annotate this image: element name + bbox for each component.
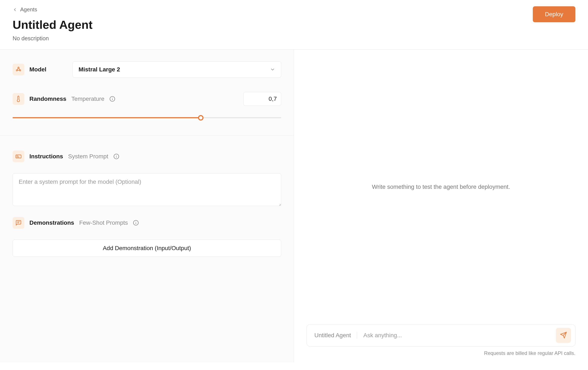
info-icon[interactable] [113, 154, 119, 159]
chevron-left-icon [13, 7, 17, 12]
model-icon [13, 64, 24, 75]
slider-fill [13, 117, 200, 118]
chat-pane: Write something to test the agent before… [294, 50, 588, 362]
page-description: No description [13, 35, 93, 42]
add-demonstration-button[interactable]: Add Demonstration (Input/Output) [13, 240, 281, 257]
breadcrumb-label: Agents [20, 6, 37, 13]
chat-input-area: Untitled Agent Requests are billed like … [307, 324, 575, 356]
billing-note: Requests are billed like regular API cal… [307, 350, 575, 356]
divider [0, 135, 294, 136]
demonstrations-section: Demonstrations Few-Shot Prompts [13, 217, 281, 229]
model-section: Model Mistral Large 2 [13, 61, 281, 78]
info-icon[interactable] [109, 96, 115, 102]
slider-thumb[interactable] [198, 115, 203, 121]
send-button[interactable] [556, 328, 571, 343]
instructions-label: Instructions [29, 153, 63, 160]
fewshot-sublabel: Few-Shot Prompts [79, 220, 128, 226]
model-selected-value: Mistral Large 2 [79, 66, 120, 73]
page-header: Agents Untitled Agent No description Dep… [0, 0, 588, 50]
chat-empty-state: Write something to test the agent before… [307, 50, 575, 324]
randomness-labels: Randomness Temperature [13, 93, 238, 105]
send-icon [560, 332, 567, 339]
randomness-section: Randomness Temperature [13, 92, 281, 106]
deploy-button[interactable]: Deploy [533, 6, 575, 22]
chat-empty-message: Write something to test the agent before… [372, 183, 510, 190]
config-pane: Model Mistral Large 2 Randomness Tempera… [0, 50, 294, 362]
chat-input[interactable] [363, 332, 550, 339]
demonstrations-icon [13, 217, 24, 229]
chevron-down-icon [270, 67, 275, 72]
temperature-sublabel: Temperature [71, 95, 104, 102]
chat-agent-name: Untitled Agent [314, 332, 357, 339]
svg-rect-6 [16, 155, 21, 158]
body: Model Mistral Large 2 Randomness Tempera… [0, 50, 588, 362]
model-select[interactable]: Mistral Large 2 [73, 61, 281, 78]
instructions-section: Instructions System Prompt [13, 150, 281, 162]
temperature-slider[interactable] [13, 114, 281, 121]
system-prompt-textarea[interactable] [13, 173, 281, 206]
system-prompt-sublabel: System Prompt [68, 153, 108, 160]
breadcrumb[interactable]: Agents [13, 6, 93, 13]
page-title: Untitled Agent [13, 18, 93, 32]
demonstrations-label: Demonstrations [29, 220, 74, 226]
thermometer-icon [13, 93, 24, 105]
instructions-icon [13, 150, 24, 162]
info-icon[interactable] [133, 220, 139, 226]
randomness-label: Randomness [29, 95, 66, 102]
temperature-input[interactable] [243, 92, 281, 106]
chat-input-container: Untitled Agent [307, 324, 575, 347]
model-label: Model [29, 66, 46, 73]
header-left: Agents Untitled Agent No description [13, 6, 93, 42]
